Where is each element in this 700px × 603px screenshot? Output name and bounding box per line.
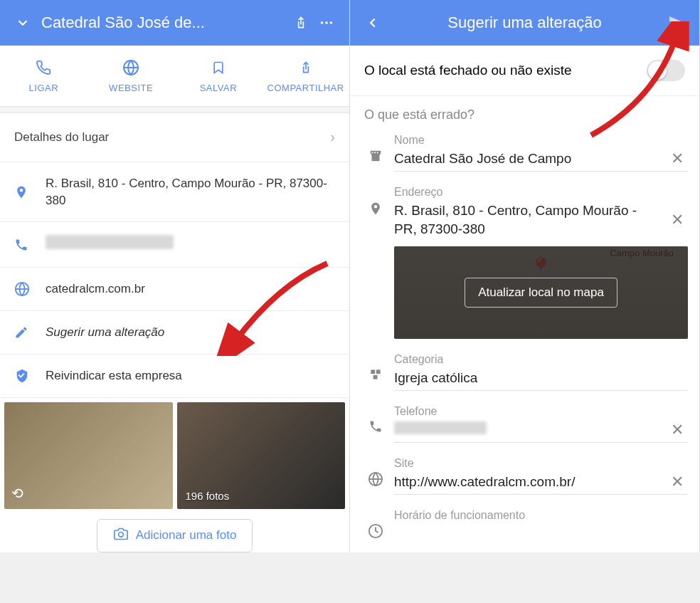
address-row[interactable]: R. Brasil, 810 - Centro, Campo Mourão - … — [0, 162, 349, 223]
address-label: Endereço — [394, 186, 688, 201]
share-header-icon[interactable] — [288, 15, 314, 31]
phone-icon — [3, 57, 85, 78]
call-label: LIGAR — [3, 83, 85, 93]
category-input[interactable]: Igreja católica — [394, 369, 688, 387]
header-bar: Sugerir uma alteração — [350, 0, 699, 46]
clear-icon[interactable]: ✕ — [667, 150, 688, 168]
back-icon[interactable] — [360, 15, 386, 31]
place-details-row[interactable]: Detalhes do lugar › — [0, 113, 349, 162]
call-button[interactable]: LIGAR — [0, 46, 88, 106]
verified-icon — [14, 368, 46, 384]
clear-icon[interactable]: ✕ — [667, 211, 688, 229]
photo-strip: ⟲ 196 fotos — [0, 398, 349, 509]
closed-toggle-row: O local está fechado ou não existe — [350, 46, 699, 96]
svg-point-5 — [118, 532, 123, 537]
chevron-right-icon: › — [330, 129, 335, 145]
category-label: Categoria — [394, 353, 688, 369]
more-icon[interactable] — [314, 15, 339, 31]
clock-icon — [361, 509, 390, 539]
whats-wrong-label: O que está errado? — [350, 96, 699, 130]
svg-rect-8 — [373, 375, 378, 379]
address-text: R. Brasil, 810 - Centro, Campo Mourão - … — [46, 175, 335, 209]
website-row[interactable]: catedralcm.com.br — [0, 268, 349, 311]
claim-business-row[interactable]: Reivindicar esta empresa — [0, 355, 349, 398]
claim-business-text: Reivindicar esta empresa — [46, 367, 335, 384]
location-icon — [361, 186, 390, 217]
hours-field-row: Horário de funcionamento — [350, 505, 699, 539]
send-icon[interactable] — [664, 14, 689, 31]
collapse-icon[interactable] — [10, 15, 36, 31]
hours-label: Horário de funcionamento — [394, 509, 688, 525]
photo-count-badge: 196 fotos — [186, 490, 230, 502]
page-title: Sugerir uma alteração — [386, 14, 664, 32]
svg-point-0 — [321, 21, 324, 24]
camera-icon — [113, 527, 129, 545]
pencil-icon — [14, 325, 46, 340]
photo-thumbnail[interactable]: ⟲ — [4, 402, 173, 509]
name-input[interactable]: Catedral São José de Campo — [394, 150, 667, 168]
phone-field-row: Telefone ✕ — [350, 401, 699, 453]
globe-icon — [90, 57, 172, 78]
site-input[interactable]: http://www.catedralcm.com.br/ — [394, 473, 667, 491]
map-preview[interactable]: Campo Mourão 📍 Atualizar local no mapa — [394, 246, 688, 339]
closed-toggle-label: O local está fechado ou não existe — [364, 63, 572, 78]
bookmark-icon — [178, 57, 260, 78]
share-button[interactable]: COMPARTILHAR — [262, 46, 349, 106]
name-field-row: Nome Catedral São José de Campo ✕ — [350, 130, 699, 182]
clear-icon[interactable]: ✕ — [667, 473, 688, 491]
suggest-edit-text: Sugerir uma alteração — [46, 324, 335, 341]
suggest-edit-row[interactable]: Sugerir uma alteração — [0, 311, 349, 355]
category-icon — [361, 353, 390, 382]
svg-rect-7 — [376, 370, 381, 374]
svg-point-2 — [330, 21, 333, 24]
header-bar: Catedral São José de... — [0, 0, 349, 46]
website-text: catedralcm.com.br — [46, 280, 335, 298]
screen-suggest-edit: Sugerir uma alteração O local está fecha… — [350, 0, 700, 552]
photo-thumbnail[interactable]: 196 fotos — [177, 402, 346, 509]
action-bar: LIGAR WEBSITE SALVAR COMPARTILHAR — [0, 46, 349, 106]
address-input[interactable]: R. Brasil, 810 - Centro, Campo Mourão - … — [394, 201, 667, 238]
store-icon — [361, 134, 390, 164]
phone-row[interactable] — [0, 222, 349, 268]
clear-icon[interactable]: ✕ — [667, 421, 688, 439]
place-details-label: Detalhes do lugar — [14, 129, 330, 146]
phone-input[interactable] — [394, 421, 667, 439]
svg-rect-6 — [371, 370, 375, 374]
website-label: WEBSITE — [90, 83, 172, 93]
360-icon: ⟲ — [11, 485, 23, 502]
site-label: Site — [394, 457, 688, 473]
add-photo-label: Adicionar uma foto — [136, 528, 237, 542]
name-label: Nome — [394, 134, 688, 150]
screen-place-details: Catedral São José de... LIGAR WEBSITE SA… — [0, 0, 350, 552]
save-button[interactable]: SALVAR — [175, 46, 262, 106]
update-map-button[interactable]: Atualizar local no mapa — [465, 278, 617, 308]
phone-icon — [361, 405, 390, 434]
site-field-row: Site http://www.catedralcm.com.br/ ✕ — [350, 453, 699, 505]
category-field-row: Categoria Igreja católica — [350, 349, 699, 401]
globe-icon — [14, 281, 46, 297]
separator — [0, 106, 349, 113]
share-icon — [265, 57, 346, 78]
share-label: COMPARTILHAR — [265, 83, 346, 93]
phone-text — [46, 235, 335, 254]
blurred-phone — [46, 235, 174, 249]
phone-label: Telefone — [394, 405, 688, 421]
location-icon — [14, 184, 46, 201]
address-field-row: Endereço R. Brasil, 810 - Centro, Campo … — [350, 182, 699, 349]
phone-icon — [14, 238, 46, 252]
place-title: Catedral São José de... — [36, 14, 288, 32]
globe-icon — [361, 457, 390, 487]
add-photo-button[interactable]: Adicionar uma foto — [97, 519, 253, 552]
save-label: SALVAR — [178, 83, 260, 93]
closed-toggle[interactable] — [647, 60, 685, 81]
svg-point-1 — [325, 21, 328, 24]
website-button[interactable]: WEBSITE — [88, 46, 175, 106]
blurred-phone — [394, 421, 487, 434]
